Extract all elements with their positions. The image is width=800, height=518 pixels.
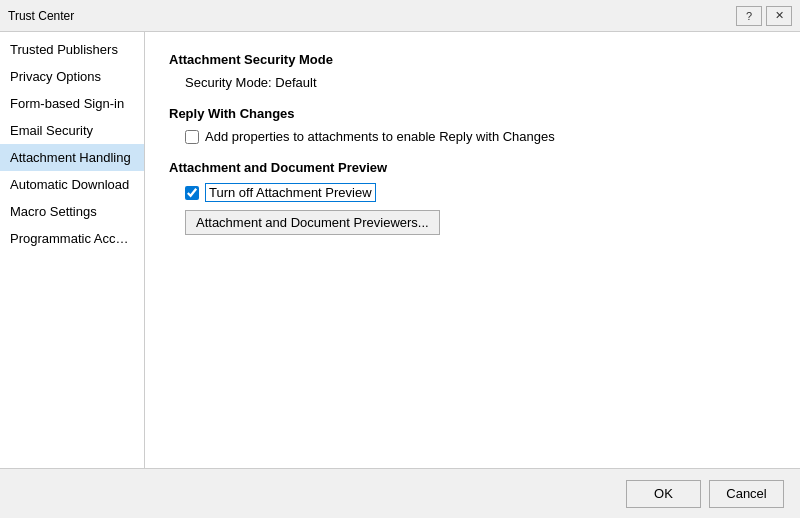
attachment-preview-section: Attachment and Document Preview Turn off… — [169, 160, 776, 235]
sidebar-item-privacy-options[interactable]: Privacy Options — [0, 63, 144, 90]
turn-off-preview-checkbox[interactable] — [185, 186, 199, 200]
close-button[interactable]: ✕ — [766, 6, 792, 26]
content-area: Attachment Security Mode Security Mode: … — [145, 32, 800, 468]
ok-button[interactable]: OK — [626, 480, 701, 508]
dialog-body: Trusted Publishers Privacy Options Form-… — [0, 32, 800, 468]
reply-with-changes-label: Add properties to attachments to enable … — [205, 129, 555, 144]
sidebar-item-automatic-download[interactable]: Automatic Download — [0, 171, 144, 198]
previewers-button[interactable]: Attachment and Document Previewers... — [185, 210, 440, 235]
sidebar: Trusted Publishers Privacy Options Form-… — [0, 32, 145, 468]
sidebar-item-email-security[interactable]: Email Security — [0, 117, 144, 144]
help-button[interactable]: ? — [736, 6, 762, 26]
sidebar-item-form-based-signin[interactable]: Form-based Sign-in — [0, 90, 144, 117]
cancel-button[interactable]: Cancel — [709, 480, 784, 508]
attachment-security-title: Attachment Security Mode — [169, 52, 776, 67]
title-bar-controls: ? ✕ — [736, 6, 792, 26]
sidebar-item-macro-settings[interactable]: Macro Settings — [0, 198, 144, 225]
reply-with-changes-row: Add properties to attachments to enable … — [185, 129, 776, 144]
reply-with-changes-checkbox[interactable] — [185, 130, 199, 144]
title-bar: Trust Center ? ✕ — [0, 0, 800, 32]
dialog-footer: OK Cancel — [0, 468, 800, 518]
turn-off-preview-label: Turn off Attachment Preview — [205, 183, 376, 202]
security-mode-label: Security Mode: Default — [185, 75, 776, 90]
sidebar-item-programmatic-access[interactable]: Programmatic Access — [0, 225, 144, 252]
attachment-preview-title: Attachment and Document Preview — [169, 160, 776, 175]
sidebar-item-attachment-handling[interactable]: Attachment Handling — [0, 144, 144, 171]
reply-with-changes-title: Reply With Changes — [169, 106, 776, 121]
sidebar-item-trusted-publishers[interactable]: Trusted Publishers — [0, 36, 144, 63]
reply-with-changes-section: Reply With Changes Add properties to att… — [169, 106, 776, 144]
dialog-title: Trust Center — [8, 9, 736, 23]
trust-center-dialog: Trust Center ? ✕ Trusted Publishers Priv… — [0, 0, 800, 518]
turn-off-preview-row: Turn off Attachment Preview — [185, 183, 776, 202]
